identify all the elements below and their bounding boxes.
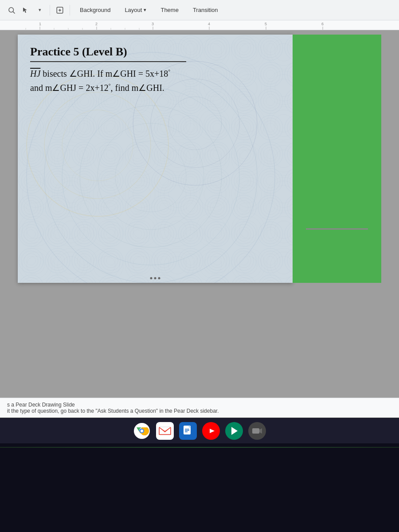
svg-marker-56 — [210, 429, 215, 433]
dot-3 — [158, 277, 160, 279]
taskbar-play-icon[interactable] — [225, 422, 243, 440]
svg-text:5: 5 — [265, 22, 267, 26]
slide-wrapper: Practice 5 (Level B) HJ bisects ∠GHI. If… — [18, 35, 381, 283]
slide-body: HJ bisects ∠GHI. If m∠GHI = 5x+18° and m… — [30, 66, 186, 95]
taskbar-meet-icon[interactable] — [248, 422, 266, 440]
pear-deck-line1: s a Pear Deck Drawing Slide — [7, 402, 392, 408]
bottom-bar — [0, 443, 399, 532]
taskbar — [0, 418, 399, 443]
svg-text:1: 1 — [39, 22, 41, 26]
transition-button[interactable]: Transition — [187, 4, 224, 16]
pear-deck-line2: it the type of question, go back to the … — [7, 408, 392, 414]
search-icon[interactable] — [5, 4, 18, 16]
slide-title-underline — [30, 61, 186, 62]
slide-canvas[interactable]: Practice 5 (Level B) HJ bisects ∠GHI. If… — [18, 35, 293, 283]
dot-1 — [150, 277, 153, 279]
slide-line2: and m∠GHJ = 2x+12°, find m∠GHI. — [30, 81, 186, 95]
taskbar-chrome-icon[interactable] — [133, 422, 151, 440]
svg-text:2: 2 — [95, 22, 98, 26]
slide-line1: HJ bisects ∠GHI. If m∠GHI = 5x+18° — [30, 66, 186, 81]
main-area: Practice 5 (Level B) HJ bisects ∠GHI. If… — [0, 30, 399, 398]
ruler: // rendered inline via template below 1 … — [0, 20, 399, 30]
add-box-icon[interactable] — [54, 4, 66, 16]
background-button[interactable]: Background — [74, 4, 117, 16]
svg-point-0 — [9, 8, 14, 12]
svg-text:6: 6 — [321, 22, 324, 26]
svg-marker-59 — [259, 428, 262, 434]
taskbar-gmail-icon[interactable] — [156, 422, 174, 440]
divider-2 — [70, 5, 70, 16]
pear-deck-bar: s a Pear Deck Drawing Slide it the type … — [0, 398, 399, 418]
layout-button[interactable]: Layout ▾ — [118, 4, 153, 16]
dot-2 — [154, 277, 156, 279]
svg-marker-57 — [231, 427, 238, 435]
taskbar-docs-icon[interactable] — [179, 422, 197, 440]
cursor-icon[interactable] — [20, 4, 32, 16]
svg-text:4: 4 — [208, 22, 210, 26]
svg-rect-58 — [252, 428, 259, 434]
bottom-bar-decoration — [0, 447, 399, 448]
slide-text-area: Practice 5 (Level B) HJ bisects ∠GHI. If… — [30, 45, 186, 95]
svg-text:3: 3 — [152, 22, 154, 26]
slide-title: Practice 5 (Level B) — [30, 45, 186, 59]
svg-line-1 — [13, 12, 15, 13]
slide-green-line — [306, 228, 368, 230]
toolbar: ▾ Background Layout ▾ Theme Transition — [0, 0, 399, 20]
svg-point-49 — [141, 430, 143, 432]
taskbar-youtube-icon[interactable] — [202, 422, 220, 440]
theme-button[interactable]: Theme — [154, 4, 184, 16]
slide-green-panel — [293, 35, 381, 283]
dropdown-icon[interactable]: ▾ — [34, 4, 46, 16]
slide-dots — [150, 277, 160, 279]
divider-1 — [50, 5, 50, 16]
